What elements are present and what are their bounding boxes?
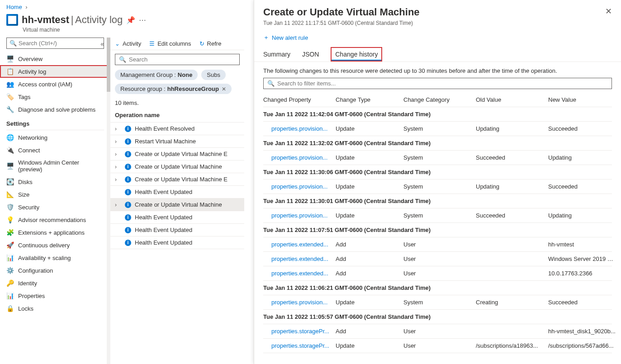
operation-name-header[interactable]: Operation name: [110, 108, 244, 123]
more-icon[interactable]: ⋯: [139, 16, 146, 24]
operation-row[interactable]: iHealth Event Updated: [110, 224, 244, 236]
filter-pill[interactable]: Resource group : hhResourceGroup✕: [115, 84, 232, 94]
nav-icon: 🛡️: [6, 203, 14, 211]
changed-property-link[interactable]: properties.provision...: [263, 154, 331, 161]
chevron-right-icon[interactable]: ›: [115, 176, 121, 183]
operation-row[interactable]: ›iHealth Event Resolved: [110, 123, 244, 135]
filter-pill[interactable]: Subs: [201, 70, 226, 80]
divider: [6, 130, 104, 130]
sidebar-item-identity[interactable]: 🔑Identity: [0, 277, 110, 289]
changed-property-link[interactable]: properties.provision...: [263, 212, 331, 219]
chevron-right-icon[interactable]: ›: [115, 151, 121, 157]
activity-search[interactable]: 🔍: [115, 54, 240, 65]
nav-label: Identity: [18, 280, 37, 287]
new-value: /subscriptions/567ad66...: [548, 342, 616, 349]
nav-icon: 💡: [6, 216, 14, 223]
changed-property-link[interactable]: properties.provision...: [263, 299, 331, 306]
col-change-type[interactable]: Change Type: [336, 96, 399, 103]
sidebar-item-access-control-iam-[interactable]: 👥Access control (IAM): [0, 78, 110, 90]
table-row: properties.extended...AddUser10.0.17763.…: [263, 266, 612, 281]
nav-icon: 💽: [6, 178, 14, 185]
sidebar-item-advisor-recommendations[interactable]: 💡Advisor recommendations: [0, 213, 110, 226]
sidebar-item-diagnose-and-solve-problems[interactable]: 🔧Diagnose and solve problems: [0, 103, 110, 116]
operation-name: Health Event Updated: [135, 227, 192, 233]
new-alert-rule-button[interactable]: ＋ New alert rule: [254, 32, 621, 47]
chevron-right-icon[interactable]: ›: [115, 138, 121, 145]
chevron-right-icon[interactable]: ›: [115, 126, 121, 132]
changed-property-link[interactable]: properties.extended...: [263, 255, 331, 262]
change-type: Update: [336, 299, 399, 306]
sidebar-search[interactable]: 🔍: [6, 38, 104, 49]
operation-row[interactable]: iHealth Event Updated: [110, 211, 244, 224]
sidebar-item-networking[interactable]: 🌐Networking: [0, 131, 110, 144]
sidebar-item-size[interactable]: 📐Size: [0, 188, 110, 201]
edit-columns-button[interactable]: ☰Edit columns: [149, 40, 191, 47]
operation-row[interactable]: ›iCreate or Update Virtual Machine E: [110, 148, 244, 161]
refresh-button[interactable]: ↻Refre: [199, 40, 222, 47]
operation-row[interactable]: ›iCreate or Update Virtual Machine: [110, 161, 244, 173]
refresh-icon: ↻: [199, 40, 204, 47]
operation-row[interactable]: iHealth Event Updated: [110, 186, 244, 199]
sidebar-item-properties[interactable]: 📊Properties: [0, 289, 110, 302]
activity-dropdown[interactable]: ⌄Activity: [115, 40, 141, 47]
change-category: User: [403, 255, 471, 262]
col-new-value[interactable]: New Value: [548, 96, 616, 103]
filter-pill[interactable]: Management Group : None: [115, 70, 198, 80]
operation-row[interactable]: ›iCreate or Update Virtual Machine: [110, 199, 244, 211]
change-type: Add: [336, 328, 399, 335]
item-count: 10 items.: [110, 95, 244, 108]
nav-label: Disks: [18, 179, 33, 185]
sidebar-item-continuous-delivery[interactable]: 🚀Continuous delivery: [0, 239, 110, 251]
chevron-right-icon[interactable]: ›: [115, 164, 121, 170]
close-icon[interactable]: ✕: [605, 6, 612, 16]
info-icon: i: [125, 164, 131, 170]
changed-property-link[interactable]: properties.extended...: [263, 241, 331, 248]
col-changed-property[interactable]: Changed Property: [263, 96, 331, 103]
sidebar-item-security[interactable]: 🛡️Security: [0, 201, 110, 213]
tab-json[interactable]: JSON: [302, 47, 319, 61]
col-old-value[interactable]: Old Value: [476, 96, 544, 103]
remove-filter-icon[interactable]: ✕: [222, 86, 226, 92]
pin-icon[interactable]: 📌: [126, 16, 135, 24]
nav-label: Availability + scaling: [18, 255, 71, 261]
changed-property-link[interactable]: properties.provision...: [263, 125, 331, 132]
sidebar-item-tags[interactable]: 🏷️Tags: [0, 90, 110, 103]
sidebar-item-connect[interactable]: 🔌Connect: [0, 144, 110, 156]
scrollbar[interactable]: [107, 38, 110, 364]
operation-row[interactable]: ›iCreate or Update Virtual Machine E: [110, 173, 244, 186]
sidebar-item-overview[interactable]: 🖥️Overview: [0, 52, 110, 65]
sidebar-search-input[interactable]: [19, 40, 101, 47]
changed-property-link[interactable]: properties.storagePr...: [263, 328, 331, 335]
operation-name: Health Event Updated: [135, 239, 192, 246]
change-category: User: [403, 270, 471, 277]
new-value: Succeeded: [548, 125, 616, 132]
sidebar-item-disks[interactable]: 💽Disks: [0, 175, 110, 188]
operation-row[interactable]: iHealth Event Updated: [110, 236, 244, 249]
plus-icon: ＋: [263, 33, 269, 42]
sidebar-item-windows-admin-center-preview-[interactable]: 🖥️Windows Admin Center (preview): [0, 156, 110, 175]
sidebar-item-extensions-applications[interactable]: 🧩Extensions + applications: [0, 226, 110, 239]
collapse-sidebar-icon[interactable]: «: [100, 40, 104, 47]
change-group-header: Tue Jan 11 2022 11:30:01 GMT-0600 (Centr…: [263, 194, 612, 208]
sidebar-item-locks[interactable]: 🔒Locks: [0, 302, 110, 315]
new-value: Succeeded: [548, 299, 616, 306]
breadcrumb-home[interactable]: Home: [6, 4, 22, 10]
filter-items[interactable]: 🔍: [263, 78, 612, 89]
nav-label: Activity log: [18, 68, 46, 75]
sidebar-item-activity-log[interactable]: 📋Activity log: [0, 65, 110, 78]
filter-items-input[interactable]: [277, 80, 608, 87]
tab-summary[interactable]: Summary: [263, 47, 290, 61]
changed-property-link[interactable]: properties.provision...: [263, 183, 331, 190]
tab-change-history[interactable]: Change history: [331, 47, 382, 61]
sidebar-item-availability-scaling[interactable]: 📊Availability + scaling: [0, 251, 110, 264]
activity-search-input[interactable]: [129, 56, 236, 63]
search-icon: 🔍: [119, 56, 126, 63]
changed-property-link[interactable]: properties.storagePr...: [263, 342, 331, 349]
sidebar-item-configuration[interactable]: ⚙️Configuration: [0, 264, 110, 277]
changed-property-link[interactable]: properties.extended...: [263, 270, 331, 277]
chevron-right-icon[interactable]: ›: [115, 202, 121, 208]
panel-title: Create or Update Virtual Machine: [263, 6, 420, 18]
col-change-category[interactable]: Change Category: [403, 96, 471, 103]
operation-row[interactable]: ›iRestart Virtual Machine: [110, 135, 244, 148]
change-type: Add: [336, 241, 399, 248]
